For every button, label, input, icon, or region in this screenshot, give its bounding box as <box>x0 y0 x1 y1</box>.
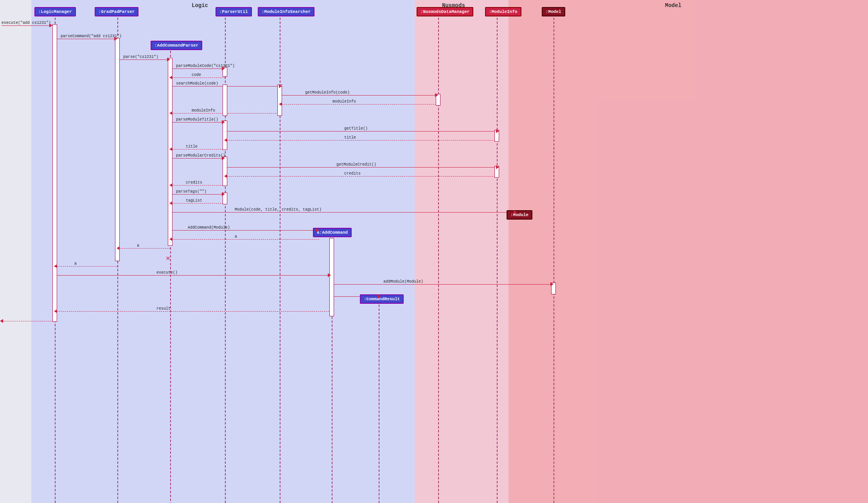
msg-label-title-return2: title <box>186 144 198 149</box>
lifeline-commandresult: :CommandResult <box>360 294 404 304</box>
msg-label-gettitle: getTitle() <box>344 126 368 131</box>
msg-label-parsemodularcredits: parseModularCredits() <box>176 153 225 158</box>
msg-label-module-create: Module(code, title, credits, tagList) <box>235 207 322 212</box>
lifeline-line-moduleinfo <box>497 18 498 503</box>
activation-parserutil-4 <box>223 157 227 186</box>
lifeline-nusmodsdatamanager: :NusmodsDataManager <box>417 7 473 16</box>
lifeline-parserutil: :ParserUtil <box>216 7 252 16</box>
msg-label-addcommand-create: AddCommand(Module) <box>188 225 230 230</box>
msg-label-credits-return1: credits <box>344 171 361 176</box>
msg-line-a-from-addcommand <box>173 239 319 240</box>
arrowhead-execute-addcommand <box>328 273 331 277</box>
arrowhead-taglist <box>169 201 173 205</box>
msg-label-a-to-logic: a <box>74 261 77 266</box>
arrowhead-searchmodule <box>279 84 282 88</box>
msg-label-title-return1: title <box>344 135 356 140</box>
msg-label-getmoduleinfo: getModuleInfo(code) <box>305 90 350 95</box>
msg-line-parsecommand <box>57 39 117 39</box>
lifeline-moduleinfo: :ModuleInfo <box>485 7 521 16</box>
arrowhead-a-to-gradpad <box>117 246 120 250</box>
lifeline-addcommandparser: :AddCommandParser <box>151 41 202 50</box>
msg-line-moduleinfo-return2 <box>173 113 282 114</box>
activation-logicmanager <box>52 24 57 322</box>
lifeline-line-commandresult <box>379 305 379 503</box>
arrowhead-title-return1 <box>224 138 227 142</box>
arrowhead-getmodulecredit <box>496 165 499 169</box>
msg-label-execute: execute("add cs1231") <box>2 21 51 25</box>
arrowhead-result <box>54 309 57 313</box>
msg-label-parse: parse("cs1231") <box>123 55 158 59</box>
region-model <box>509 0 868 503</box>
x-mark-addcommandparser: ✕ <box>166 254 170 262</box>
msg-label-a-from-addcommand: a <box>235 234 237 239</box>
msg-label-parsemodulecode: parseModuleCode("cs1231") <box>176 64 235 68</box>
msg-label-credits-return2: credits <box>186 180 202 185</box>
msg-line-searchmodule <box>173 86 282 87</box>
msg-label-getmodulecredit: getModuleCredit() <box>336 162 376 167</box>
msg-label-searchmodule: searchModule(code) <box>176 81 218 86</box>
msg-line-parsemoduletitle <box>173 122 225 123</box>
arrowhead-bottom-return <box>0 319 3 323</box>
arrowhead-moduleinfo-return2 <box>169 111 173 115</box>
arrowhead-credits-return2 <box>169 183 173 187</box>
lifeline-line-nusmodsdatamanager <box>438 18 439 503</box>
logic-label: Logic <box>192 2 208 9</box>
arrowhead-credits-return1 <box>224 174 227 178</box>
msg-label-parsetags: parseTags("") <box>176 189 207 194</box>
msg-label-code-return: code <box>192 73 201 77</box>
activation-gradpadparser <box>115 38 120 261</box>
arrowhead-parsemoduletitle <box>222 120 225 124</box>
arrowhead-parse <box>167 58 170 61</box>
arrowhead-addmodule <box>550 282 554 286</box>
arrowhead-gettitle <box>496 129 499 133</box>
msg-label-result: result <box>156 306 171 311</box>
arrowhead-code-return <box>169 76 173 79</box>
arrowhead-a-from-addcommand <box>169 237 173 241</box>
msg-label-a-to-gradpad: a <box>137 243 139 248</box>
activation-addcommandparser <box>168 58 173 246</box>
lifeline-moduleinfosearcher: :ModuleInfoSearcher <box>258 7 314 16</box>
activation-addcommand <box>329 238 334 316</box>
arrowhead-parsetags <box>222 192 225 196</box>
msg-line-parsemodulecode <box>173 69 225 69</box>
arrowhead-addcommand-create <box>316 228 319 232</box>
arrowhead-module-create <box>514 210 517 214</box>
model-label: Model <box>665 2 681 9</box>
msg-line-module-create <box>173 212 517 213</box>
lifeline-gradpadparser: :GradPadParser <box>95 7 138 16</box>
msg-line-code-return <box>173 78 225 78</box>
msg-label-parsecommand: parseCommand("add cs1231") <box>61 34 122 38</box>
msg-label-addmodule: addModule(Module) <box>383 279 423 284</box>
msg-line-a-to-logic <box>57 266 117 267</box>
arrowhead-getmoduleinfo <box>435 93 438 97</box>
diagram-container: Logic Nusmods Model :LogicManager :GradP… <box>0 0 868 503</box>
msg-line-credits-return1 <box>227 176 499 177</box>
activation-parserutil-2 <box>223 85 227 116</box>
msg-line-title-return2 <box>173 149 225 150</box>
activation-moduleinfosearcher <box>277 85 282 116</box>
activation-parserutil-3 <box>223 121 227 150</box>
msg-line-title-return1 <box>227 140 499 141</box>
msg-line-taglist <box>173 203 225 204</box>
msg-line-execute-addcommand <box>57 275 331 276</box>
msg-label-taglist: tagList <box>186 198 202 203</box>
msg-label-moduleinfo-return1: moduleInfo <box>332 99 356 104</box>
lifeline-model: :Model <box>542 7 565 16</box>
msg-line-moduleinfo-return1 <box>282 104 438 105</box>
msg-line-gettitle <box>227 131 499 132</box>
msg-line-addmodule <box>334 284 554 285</box>
arrowhead-a-to-logic <box>54 264 57 268</box>
lifeline-module: :Module <box>507 210 532 220</box>
msg-line-getmoduleinfo <box>282 95 438 96</box>
msg-line-parse <box>120 59 170 60</box>
arrowhead-moduleinfo-return1 <box>279 102 282 106</box>
lifeline-logicmanager: :LogicManager <box>34 7 76 16</box>
msg-line-bottom-return <box>2 321 55 321</box>
msg-line-parsetags <box>173 194 225 195</box>
msg-label-moduleinfo-return2: moduleInfo <box>192 108 215 113</box>
arrowhead-commandresult <box>378 294 381 298</box>
msg-line-a-to-gradpad <box>120 248 170 249</box>
lifeline-line-model <box>554 18 554 503</box>
msg-line-parsemodularcredits <box>173 158 225 159</box>
msg-line-execute <box>2 25 52 26</box>
